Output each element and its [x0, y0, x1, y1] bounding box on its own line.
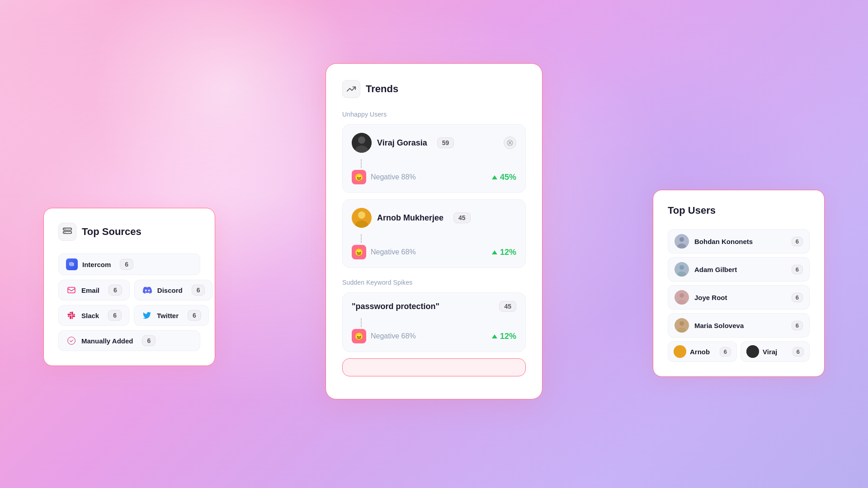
increase-value-viraj: 45%: [500, 173, 516, 182]
user-card-bottom-arnob: 😠 Negative 68% 12%: [352, 245, 516, 259]
avatar-maria: [675, 318, 689, 333]
source-item-intercom[interactable]: Intercom 6: [58, 253, 200, 275]
top-user-count-viraj: 6: [793, 347, 804, 357]
sources-row-2: Slack 6 Twitter 6: [58, 305, 200, 326]
svg-rect-7: [73, 263, 74, 266]
avatar-adam: [675, 262, 689, 277]
user-card-arnob: Arnob Mukherjee 45 😠 Negative 68% 12%: [342, 199, 526, 268]
svg-rect-1: [63, 231, 71, 234]
email-icon: [66, 285, 77, 296]
user-info-arnob: Arnob Mukherjee 45: [352, 208, 471, 228]
negative-face-viraj: 😠: [352, 170, 366, 184]
user-count-arnob: 45: [453, 212, 471, 223]
source-count-twitter: 6: [188, 310, 201, 321]
source-item-email[interactable]: Email 6: [58, 280, 130, 300]
avatar-viraj: [352, 133, 372, 153]
top-user-name-bohdan: Bohdan Kononets: [694, 238, 786, 245]
keyword-spikes-section: Sudden Keyword Spikes "password protecti…: [342, 279, 526, 376]
discord-icon: [142, 285, 153, 296]
top-user-count-joye: 6: [792, 293, 803, 302]
close-button-viraj[interactable]: [504, 136, 516, 149]
negative-indicator-arnob: 😠 Negative 68%: [352, 245, 416, 259]
increase-viraj: 45%: [492, 173, 516, 182]
svg-point-15: [358, 211, 365, 219]
user-chip-viraj: Viraj 6: [741, 341, 810, 362]
user-card-top-arnob: Arnob Mukherjee 45: [352, 208, 516, 228]
top-user-name-viraj: Viraj: [763, 348, 789, 356]
keyword-count-password: 45: [499, 301, 516, 312]
keyword-arrow-password: [492, 334, 497, 338]
top-user-name-joye: Joye Root: [694, 294, 786, 301]
svg-rect-8: [68, 287, 75, 293]
source-name-manually: Manually Added: [81, 337, 133, 345]
avatar-joye: [675, 290, 689, 305]
user-count-viraj: 59: [437, 137, 454, 148]
source-count-slack: 6: [108, 310, 122, 321]
user-chip-arnob: Arnob 6: [668, 341, 737, 362]
top-user-name-adam: Adam Gilbert: [694, 266, 786, 273]
source-name-email: Email: [81, 286, 99, 294]
unhappy-users-label: Unhappy Users: [342, 111, 526, 118]
keyword-negative-password: 😠 Negative 68%: [352, 329, 416, 343]
top-sources-header: Top Sources: [58, 223, 200, 241]
source-count-email: 6: [108, 285, 122, 296]
top-user-count-maria: 6: [792, 321, 803, 330]
svg-point-18: [679, 237, 684, 242]
negative-face-arnob: 😠: [352, 245, 366, 259]
keyword-top-password: "password protection" 45: [352, 301, 516, 312]
keyword-sentiment-password: Negative 68%: [371, 332, 416, 340]
top-user-count-bohdan: 6: [792, 237, 803, 246]
svg-rect-4: [69, 263, 70, 266]
negative-text-arnob: Negative 68%: [371, 248, 416, 256]
source-name-intercom: Intercom: [82, 261, 111, 268]
source-item-manually[interactable]: Manually Added 6: [58, 330, 200, 351]
keyword-card-password: "password protection" 45 😠 Negative 68% …: [342, 292, 526, 352]
svg-point-29: [674, 345, 686, 358]
source-count-intercom: 6: [120, 259, 133, 270]
trends-icon-container: [342, 80, 360, 98]
slack-icon: [66, 310, 77, 321]
top-user-name-arnob: Arnob: [690, 348, 716, 356]
keyword-spikes-label: Sudden Keyword Spikes: [342, 279, 526, 286]
top-users-title: Top Users: [668, 205, 716, 216]
user-info-viraj: Viraj Gorasia 59: [352, 133, 454, 153]
sources-row-1: Email 6 Discord 6: [58, 280, 200, 300]
source-item-discord[interactable]: Discord 6: [134, 280, 213, 300]
avatar-arnob-small: [674, 345, 686, 358]
svg-point-11: [358, 136, 365, 144]
top-users-header: Top Users: [668, 205, 810, 216]
arrow-up-viraj: [492, 175, 497, 179]
top-user-count-adam: 6: [792, 265, 803, 274]
source-count-manually: 6: [142, 335, 156, 346]
source-name-slack: Slack: [81, 312, 99, 319]
increase-arnob: 12%: [492, 248, 516, 257]
arrow-up-arnob: [492, 250, 497, 254]
avatar-viraj-small: [746, 345, 759, 358]
keyword-text-password: "password protection": [352, 302, 439, 311]
svg-point-21: [679, 265, 684, 270]
svg-point-30: [746, 345, 759, 358]
top-users-bottom-row: Arnob 6 Viraj 6: [668, 341, 810, 362]
top-user-row-maria: Maria Soloveva 6: [668, 313, 810, 338]
top-user-name-maria: Maria Soloveva: [694, 322, 786, 329]
user-card-bottom-viraj: 😠 Negative 88% 45%: [352, 170, 516, 184]
user-card-viraj: Viraj Gorasia 59 😠 Negative 88% 45%: [342, 124, 526, 193]
source-count-discord: 6: [192, 285, 205, 296]
svg-point-24: [679, 293, 684, 298]
svg-point-9: [68, 337, 75, 345]
top-user-row-adam: Adam Gilbert 6: [668, 257, 810, 282]
twitter-icon: [142, 310, 152, 321]
source-item-twitter[interactable]: Twitter 6: [134, 305, 209, 326]
avatar-bohdan: [675, 234, 689, 249]
avatar-arnob: [352, 208, 372, 228]
keyword-increase-password: 12%: [492, 332, 516, 341]
top-sources-title: Top Sources: [82, 226, 142, 238]
top-user-count-arnob: 6: [720, 347, 731, 357]
top-sources-icon: [58, 223, 76, 241]
manually-added-icon: [66, 335, 77, 346]
keyword-face-password: 😠: [352, 329, 366, 343]
source-item-slack[interactable]: Slack 6: [58, 305, 129, 326]
negative-text-viraj: Negative 88%: [371, 173, 416, 181]
top-user-row-bohdan: Bohdan Kononets 6: [668, 229, 810, 253]
top-sources-card: Top Sources Intercom 6: [43, 208, 215, 366]
